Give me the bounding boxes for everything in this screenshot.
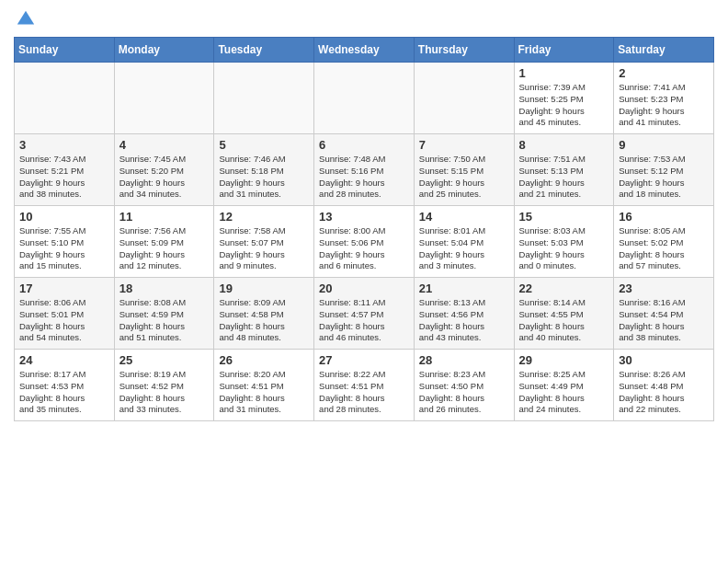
calendar-cell: 9Sunrise: 7:53 AM Sunset: 5:12 PM Daylig… xyxy=(614,134,714,206)
calendar-cell: 25Sunrise: 8:19 AM Sunset: 4:52 PM Dayli… xyxy=(114,350,214,421)
calendar-cell: 19Sunrise: 8:09 AM Sunset: 4:58 PM Dayli… xyxy=(214,278,314,350)
calendar-cell: 26Sunrise: 8:20 AM Sunset: 4:51 PM Dayli… xyxy=(214,350,314,421)
day-number: 25 xyxy=(119,353,210,367)
day-info: Sunrise: 7:55 AM Sunset: 5:10 PM Dayligh… xyxy=(19,225,109,272)
calendar-cell: 23Sunrise: 8:16 AM Sunset: 4:54 PM Dayli… xyxy=(614,278,714,350)
day-number: 8 xyxy=(519,138,609,152)
calendar-week-4: 24Sunrise: 8:17 AM Sunset: 4:53 PM Dayli… xyxy=(15,350,714,421)
day-number: 5 xyxy=(219,138,309,152)
calendar-week-3: 17Sunrise: 8:06 AM Sunset: 5:01 PM Dayli… xyxy=(15,278,714,350)
day-header-friday: Friday xyxy=(514,38,614,63)
day-number: 28 xyxy=(419,353,509,367)
logo xyxy=(14,9,36,29)
day-number: 24 xyxy=(19,353,109,367)
day-header-wednesday: Wednesday xyxy=(314,38,415,63)
calendar-cell: 6Sunrise: 7:48 AM Sunset: 5:16 PM Daylig… xyxy=(314,134,415,206)
calendar-cell: 4Sunrise: 7:45 AM Sunset: 5:20 PM Daylig… xyxy=(114,134,214,206)
day-info: Sunrise: 7:46 AM Sunset: 5:18 PM Dayligh… xyxy=(219,154,309,201)
calendar-cell: 13Sunrise: 8:00 AM Sunset: 5:06 PM Dayli… xyxy=(314,206,415,278)
calendar-cell: 18Sunrise: 8:08 AM Sunset: 4:59 PM Dayli… xyxy=(114,278,214,350)
calendar-cell: 17Sunrise: 8:06 AM Sunset: 5:01 PM Dayli… xyxy=(15,278,115,350)
day-number: 16 xyxy=(619,210,709,224)
calendar-cell xyxy=(114,63,214,134)
day-number: 22 xyxy=(519,282,609,295)
calendar-cell: 14Sunrise: 8:01 AM Sunset: 5:04 PM Dayli… xyxy=(414,206,514,278)
day-header-thursday: Thursday xyxy=(414,38,514,63)
calendar-cell: 30Sunrise: 8:26 AM Sunset: 4:48 PM Dayli… xyxy=(614,350,714,421)
calendar-cell: 3Sunrise: 7:43 AM Sunset: 5:21 PM Daylig… xyxy=(15,134,115,206)
day-info: Sunrise: 8:05 AM Sunset: 5:02 PM Dayligh… xyxy=(619,225,709,272)
day-info: Sunrise: 7:41 AM Sunset: 5:23 PM Dayligh… xyxy=(619,82,709,129)
day-number: 18 xyxy=(119,282,210,295)
day-info: Sunrise: 8:25 AM Sunset: 4:49 PM Dayligh… xyxy=(519,369,609,416)
calendar-cell xyxy=(214,63,314,134)
day-info: Sunrise: 8:17 AM Sunset: 4:53 PM Dayligh… xyxy=(19,369,109,416)
calendar-cell: 20Sunrise: 8:11 AM Sunset: 4:57 PM Dayli… xyxy=(314,278,415,350)
calendar-cell: 8Sunrise: 7:51 AM Sunset: 5:13 PM Daylig… xyxy=(514,134,614,206)
day-info: Sunrise: 7:56 AM Sunset: 5:09 PM Dayligh… xyxy=(119,225,210,272)
day-info: Sunrise: 7:45 AM Sunset: 5:20 PM Dayligh… xyxy=(119,154,210,201)
calendar-cell: 24Sunrise: 8:17 AM Sunset: 4:53 PM Dayli… xyxy=(15,350,115,421)
day-number: 12 xyxy=(219,210,309,224)
day-info: Sunrise: 8:03 AM Sunset: 5:03 PM Dayligh… xyxy=(519,225,609,272)
main-container: SundayMondayTuesdayWednesdayThursdayFrid… xyxy=(0,0,728,431)
day-number: 29 xyxy=(519,353,609,367)
calendar-cell xyxy=(414,63,514,134)
calendar-cell xyxy=(15,63,115,134)
day-info: Sunrise: 7:53 AM Sunset: 5:12 PM Dayligh… xyxy=(619,154,709,201)
day-info: Sunrise: 8:00 AM Sunset: 5:06 PM Dayligh… xyxy=(319,225,409,272)
calendar-week-1: 3Sunrise: 7:43 AM Sunset: 5:21 PM Daylig… xyxy=(15,134,714,206)
day-number: 20 xyxy=(319,282,409,295)
calendar-cell: 2Sunrise: 7:41 AM Sunset: 5:23 PM Daylig… xyxy=(614,63,714,134)
day-info: Sunrise: 7:43 AM Sunset: 5:21 PM Dayligh… xyxy=(19,154,109,201)
calendar-cell: 28Sunrise: 8:23 AM Sunset: 4:50 PM Dayli… xyxy=(414,350,514,421)
calendar-week-0: 1Sunrise: 7:39 AM Sunset: 5:25 PM Daylig… xyxy=(15,63,714,134)
day-number: 17 xyxy=(19,282,109,295)
calendar-cell xyxy=(314,63,415,134)
day-number: 1 xyxy=(519,66,609,80)
day-number: 6 xyxy=(319,138,409,152)
day-header-tuesday: Tuesday xyxy=(214,38,314,63)
day-number: 3 xyxy=(19,138,109,152)
calendar-header-row: SundayMondayTuesdayWednesdayThursdayFrid… xyxy=(15,38,714,63)
day-number: 13 xyxy=(319,210,409,224)
logo-text xyxy=(14,9,36,29)
day-number: 10 xyxy=(19,210,109,224)
calendar-cell: 5Sunrise: 7:46 AM Sunset: 5:18 PM Daylig… xyxy=(214,134,314,206)
calendar-week-2: 10Sunrise: 7:55 AM Sunset: 5:10 PM Dayli… xyxy=(15,206,714,278)
day-info: Sunrise: 8:08 AM Sunset: 4:59 PM Dayligh… xyxy=(119,297,210,344)
day-number: 2 xyxy=(619,66,709,80)
day-info: Sunrise: 8:09 AM Sunset: 4:58 PM Dayligh… xyxy=(219,297,309,344)
day-info: Sunrise: 8:06 AM Sunset: 5:01 PM Dayligh… xyxy=(19,297,109,344)
calendar-cell: 10Sunrise: 7:55 AM Sunset: 5:10 PM Dayli… xyxy=(15,206,115,278)
day-info: Sunrise: 7:50 AM Sunset: 5:15 PM Dayligh… xyxy=(419,154,509,201)
day-info: Sunrise: 7:48 AM Sunset: 5:16 PM Dayligh… xyxy=(319,154,409,201)
calendar-cell: 16Sunrise: 8:05 AM Sunset: 5:02 PM Dayli… xyxy=(614,206,714,278)
day-header-monday: Monday xyxy=(114,38,214,63)
day-number: 11 xyxy=(119,210,210,224)
calendar-cell: 1Sunrise: 7:39 AM Sunset: 5:25 PM Daylig… xyxy=(514,63,614,134)
calendar-cell: 11Sunrise: 7:56 AM Sunset: 5:09 PM Dayli… xyxy=(114,206,214,278)
svg-marker-0 xyxy=(17,11,34,25)
day-number: 30 xyxy=(619,353,709,367)
day-info: Sunrise: 8:14 AM Sunset: 4:55 PM Dayligh… xyxy=(519,297,609,344)
calendar-cell: 29Sunrise: 8:25 AM Sunset: 4:49 PM Dayli… xyxy=(514,350,614,421)
day-header-sunday: Sunday xyxy=(15,38,115,63)
day-number: 7 xyxy=(419,138,509,152)
day-number: 14 xyxy=(419,210,509,224)
calendar-cell: 7Sunrise: 7:50 AM Sunset: 5:15 PM Daylig… xyxy=(414,134,514,206)
day-number: 27 xyxy=(319,353,409,367)
day-info: Sunrise: 8:01 AM Sunset: 5:04 PM Dayligh… xyxy=(419,225,509,272)
calendar-cell: 15Sunrise: 8:03 AM Sunset: 5:03 PM Dayli… xyxy=(514,206,614,278)
day-number: 15 xyxy=(519,210,609,224)
day-info: Sunrise: 8:16 AM Sunset: 4:54 PM Dayligh… xyxy=(619,297,709,344)
day-info: Sunrise: 8:11 AM Sunset: 4:57 PM Dayligh… xyxy=(319,297,409,344)
day-number: 23 xyxy=(619,282,709,295)
day-number: 21 xyxy=(419,282,509,295)
logo-icon xyxy=(16,9,36,29)
day-header-saturday: Saturday xyxy=(614,38,714,63)
calendar-cell: 21Sunrise: 8:13 AM Sunset: 4:56 PM Dayli… xyxy=(414,278,514,350)
day-info: Sunrise: 7:58 AM Sunset: 5:07 PM Dayligh… xyxy=(219,225,309,272)
day-info: Sunrise: 8:19 AM Sunset: 4:52 PM Dayligh… xyxy=(119,369,210,416)
day-info: Sunrise: 8:23 AM Sunset: 4:50 PM Dayligh… xyxy=(419,369,509,416)
